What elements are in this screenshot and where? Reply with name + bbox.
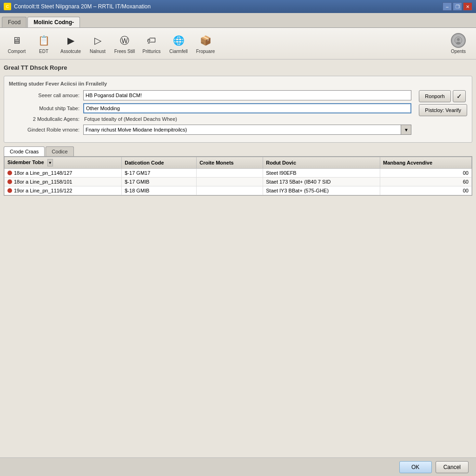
table-row[interactable]: 18or a Line_pn_1158/101 $-17 GMIB Staet … — [5, 178, 472, 186]
toolbar-frees-still-label: Frees Still — [114, 49, 135, 54]
form-fields: Seeer call amoue: Modut shitp Tabe: 2 Mo… — [9, 90, 411, 138]
tab-bar: Food Molinic Codng- — [0, 13, 476, 28]
input-modut[interactable] — [83, 103, 411, 113]
table-row[interactable]: 19or a Line_pn_1116/122 $-18 GMIB Staet … — [5, 186, 472, 195]
row-indicator-icon-2 — [7, 179, 12, 184]
input-seeer[interactable] — [83, 90, 411, 100]
form-panel: Metting studer Fever Aciicsi iin Frraile… — [4, 76, 472, 143]
assotcute-icon: ▶ — [63, 33, 78, 48]
top-buttons: Ronporh ✓ — [419, 90, 467, 102]
section-title: Greal TT Dhsck Ropre — [4, 63, 472, 72]
label-modut: Modut shitp Tabe: — [9, 106, 83, 111]
close-button[interactable]: ✕ — [463, 2, 472, 11]
cell-manbang-2: 60 — [380, 178, 472, 186]
cell-sidember-2: 18or a Line_pn_1158/101 — [5, 178, 122, 186]
col-daticotion-code: Daticotion Code — [122, 157, 197, 169]
toolbar-nalnust-button[interactable]: ▷ Nalnust — [85, 31, 111, 57]
ronporh-button[interactable]: Ronporh — [419, 90, 450, 102]
toolbar-pritturics-button[interactable]: 🏷 Pritturics — [139, 31, 165, 57]
cancel-button[interactable]: Cancel — [436, 461, 469, 473]
select-gindect-text[interactable]: Fnany richust Molve Miodane Indempitroil… — [83, 125, 401, 135]
toolbar: 🖥 Comport 📋 EDT ▶ Assotcute ▷ Nalnust Ⓦ … — [0, 28, 476, 60]
restore-button[interactable]: ❐ — [453, 2, 462, 11]
label-gindect: Gindect Roible vrnone: — [9, 127, 83, 132]
text-modullcalic: Fotque tdealty of (Medcel Deachs Whee) — [83, 116, 411, 122]
toolbar-nalnust-label: Nalnust — [90, 49, 106, 54]
check-button[interactable]: ✓ — [453, 90, 466, 102]
inner-tab-codice[interactable]: Codice — [46, 146, 73, 156]
cell-daticotion-2: $-17 GMIB — [122, 178, 197, 186]
svg-point-2 — [456, 42, 461, 45]
form-row-modut: Modut shitp Tabe: — [9, 103, 411, 113]
title-bar: C Contoolt:tt Steet Niipgnara 20M – RRTI… — [0, 0, 476, 13]
svg-point-1 — [457, 38, 460, 41]
toolbar-comport-label: Comport — [8, 49, 26, 54]
toolbar-fropuare-button[interactable]: 📦 Fropuare — [192, 31, 218, 57]
cell-manbang-1: 00 — [380, 169, 472, 178]
select-gindect-container: Fnany richust Molve Miodane Indempitroil… — [83, 125, 411, 135]
table-row[interactable]: 18or a Line_pn_1148/127 $-17 GM17 Steet … — [5, 169, 472, 178]
label-modullcalic: 2 Modullcalic Agens: — [9, 116, 83, 122]
cell-daticotion-3: $-18 GMIB — [122, 186, 197, 195]
panel-title: Metting studer Fever Aciicsi iin Frraile… — [9, 81, 467, 86]
main-content: Greal TT Dhsck Ropre Metting studer Feve… — [0, 60, 476, 457]
select-gindect-arrow[interactable]: ▼ — [401, 125, 411, 135]
cell-sidember-1: 18or a Line_pn_1148/127 — [5, 169, 122, 178]
toolbar-frees-still-button[interactable]: Ⓦ Frees Still — [112, 31, 138, 57]
opents-icon — [451, 33, 466, 48]
toolbar-assotcute-label: Assotcute — [60, 49, 81, 54]
toolbar-comport-button[interactable]: 🖥 Comport — [4, 31, 30, 57]
toolbar-ciarmfell-label: Ciarmfell — [169, 49, 187, 54]
col-rodut-dovic: Rodut Dovic — [263, 157, 380, 169]
cell-croite-1 — [197, 169, 263, 178]
minimize-button[interactable]: – — [443, 2, 452, 11]
app-icon: C — [4, 3, 11, 10]
form-button-group: Ronporh ✓ Pistcloy: Vearify — [419, 90, 467, 116]
pistcloy-vearify-button[interactable]: Pistcloy: Vearify — [419, 104, 467, 116]
row-indicator-icon-1 — [7, 171, 12, 175]
cell-rodut-1: Steet I90EFB — [263, 169, 380, 178]
table-header: Sidember Tobe ▼ Daticotion Code Croite M… — [5, 157, 472, 169]
fropuare-icon: 📦 — [198, 33, 213, 48]
pritturics-icon: 🏷 — [144, 33, 159, 48]
ciarmfell-icon: 🌐 — [171, 33, 186, 48]
inner-tab-bar: Crode Craas Codice — [4, 146, 472, 156]
tab-food[interactable]: Food — [2, 17, 26, 27]
opents-label: Opents — [451, 49, 466, 54]
window-title: Contoolt:tt Steet Niipgnara 20M – RRTIL … — [14, 3, 151, 10]
title-bar-controls: – ❐ ✕ — [443, 2, 472, 11]
col-sidember-tobe[interactable]: Sidember Tobe ▼ — [5, 157, 122, 169]
form-row-seeer: Seeer call amoue: — [9, 90, 411, 100]
table-body: 18or a Line_pn_1148/127 $-17 GM17 Steet … — [5, 169, 472, 195]
data-table-container: Sidember Tobe ▼ Daticotion Code Croite M… — [4, 156, 472, 196]
col-croite-monets: Croite Monets — [197, 157, 263, 169]
toolbar-assotcute-button[interactable]: ▶ Assotcute — [58, 31, 84, 57]
title-bar-left: C Contoolt:tt Steet Niipgnara 20M – RRTI… — [4, 3, 151, 10]
toolbar-ciarmfell-button[interactable]: 🌐 Ciarmfell — [165, 31, 192, 57]
toolbar-edt-button[interactable]: 📋 EDT — [31, 31, 57, 57]
cell-rodut-2: Staet 173 5Bat+ (IB40 7 SID — [263, 178, 380, 186]
ok-button[interactable]: OK — [399, 461, 432, 473]
row-indicator-icon-3 — [7, 188, 12, 193]
tab-molinic[interactable]: Molinic Codng- — [27, 17, 80, 27]
sort-arrow-icon: ▼ — [47, 159, 53, 166]
form-area: Seeer call amoue: Modut shitp Tabe: 2 Mo… — [9, 90, 467, 138]
toolbar-pritturics-label: Pritturics — [143, 49, 161, 54]
toolbar-fropuare-label: Fropuare — [196, 49, 215, 54]
frees-still-icon: Ⓦ — [117, 33, 132, 48]
bottom-bar: OK Cancel — [0, 457, 476, 476]
toolbar-opents-button[interactable]: Opents — [444, 31, 472, 57]
label-seeer: Seeer call amoue: — [9, 93, 83, 98]
form-row-modullcalic: 2 Modullcalic Agens: Fotque tdealty of (… — [9, 116, 411, 122]
cell-sidember-3: 19or a Line_pn_1116/122 — [5, 186, 122, 195]
data-table: Sidember Tobe ▼ Daticotion Code Croite M… — [4, 157, 472, 195]
cell-rodut-3: Staet IY3 BBat+ (575-GHE) — [263, 186, 380, 195]
nalnust-icon: ▷ — [90, 33, 105, 48]
cell-manbang-3: 00 — [380, 186, 472, 195]
col-manbang-acvendive: Manbang Acvendive — [380, 157, 472, 169]
comport-icon: 🖥 — [9, 33, 24, 48]
inner-tab-crode-craas[interactable]: Crode Craas — [4, 146, 45, 156]
toolbar-group-main: 🖥 Comport 📋 EDT ▶ Assotcute ▷ Nalnust Ⓦ … — [4, 31, 218, 57]
cell-croite-2 — [197, 178, 263, 186]
cell-daticotion-1: $-17 GM17 — [122, 169, 197, 178]
